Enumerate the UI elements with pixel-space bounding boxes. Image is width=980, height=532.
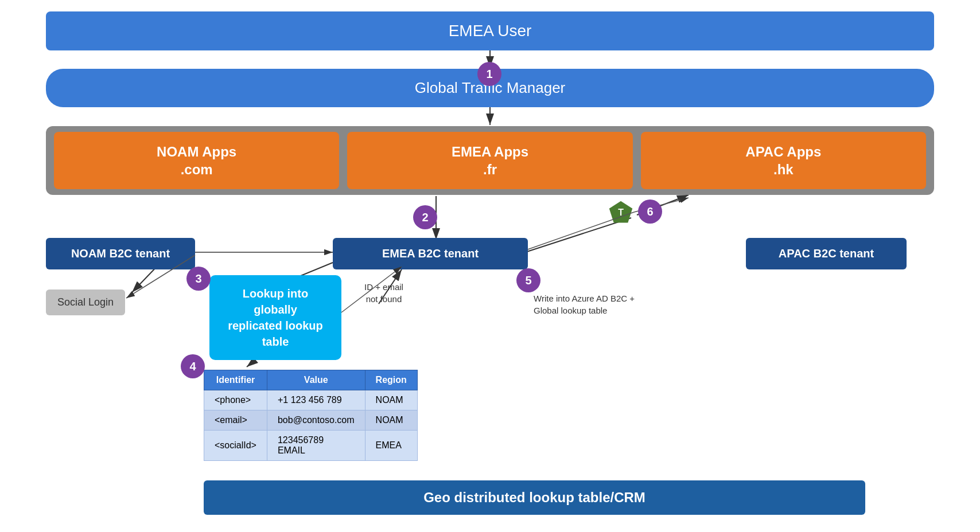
emea-user-bar: EMEA User xyxy=(46,11,934,50)
emea-user-label: EMEA User xyxy=(449,22,532,40)
lookup-table: Identifier Value Region <phone> +1 123 4… xyxy=(204,370,418,461)
emea-b2c-tenant: EMEA B2C tenant xyxy=(333,238,528,269)
col-identifier: Identifier xyxy=(204,370,267,390)
badge-6: 6 xyxy=(638,200,662,224)
noam-apps-box: NOAM Apps.com xyxy=(54,132,339,189)
pentagon-icon: T xyxy=(608,200,633,225)
not-found-label: ID + emailnot found xyxy=(364,281,403,305)
badge-2: 2 xyxy=(413,205,437,229)
diagram: EMEA User 1 Global Traffic Manager NOAM … xyxy=(0,0,980,532)
svg-text:T: T xyxy=(618,208,624,217)
geo-bar: Geo distributed lookup table/CRM xyxy=(204,480,865,515)
social-login-box: Social Login xyxy=(46,290,125,315)
noam-b2c-tenant: NOAM B2C tenant xyxy=(46,238,195,269)
table-row: <email> bob@contoso.com NOAM xyxy=(204,410,418,431)
geo-bar-label: Geo distributed lookup table/CRM xyxy=(423,490,645,505)
col-value: Value xyxy=(267,370,365,390)
write-label: Write into Azure AD B2C +Global lookup t… xyxy=(534,292,635,316)
badge-4: 4 xyxy=(181,354,205,378)
badge-3: 3 xyxy=(186,267,211,291)
apac-b2c-tenant: APAC B2C tenant xyxy=(746,238,907,269)
apac-apps-box: APAC Apps.hk xyxy=(641,132,926,189)
table-row: <phone> +1 123 456 789 NOAM xyxy=(204,390,418,410)
col-region: Region xyxy=(365,370,417,390)
emea-apps-box: EMEA Apps.fr xyxy=(347,132,632,189)
badge-1: 1 xyxy=(477,62,501,86)
badge-5: 5 xyxy=(516,268,540,292)
table-row: <socialId> 123456789EMAIL EMEA xyxy=(204,431,418,461)
apps-row: NOAM Apps.com EMEA Apps.fr APAC Apps.hk xyxy=(46,126,934,195)
lookup-bubble: Lookup into globallyreplicated lookup ta… xyxy=(209,275,341,360)
